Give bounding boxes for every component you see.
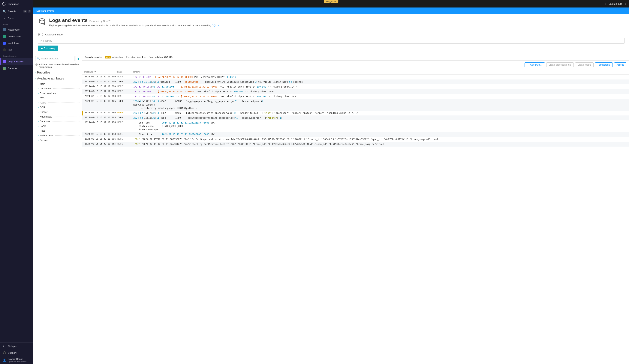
favorites-section[interactable]: › Favorites: [35, 71, 80, 74]
attr-item[interactable]: ›Kubernetes: [35, 114, 80, 119]
notification-badge[interactable]: ⚠ 1 Notification: [105, 56, 123, 58]
chevron-right-icon: ›: [38, 139, 39, 141]
table-row[interactable]: 2024-02-15 13:32:15.000NONE172.31.17.202…: [82, 75, 629, 80]
attr-item[interactable]: ›Service: [35, 138, 80, 142]
format-table-button[interactable]: Format table: [595, 62, 613, 67]
run-query-button[interactable]: ▶ Run query: [38, 46, 58, 51]
collapse-panel-button[interactable]: ◀: [76, 56, 80, 61]
sidebar-workflows[interactable]: Workflows: [0, 40, 33, 46]
cell-status: NONE: [117, 95, 133, 98]
attribute-search-input[interactable]: 🔍 Search attributes...: [35, 56, 74, 61]
cell-content: 2024-02-15T12:32:11.466Z warn batchproce…: [133, 111, 627, 115]
table-row[interactable]: 2024-02-15 13:32:11.065NONE{"@t":"2024-0…: [82, 142, 629, 147]
chevron-right-icon: ›: [38, 92, 39, 95]
search-label: Search: [8, 10, 15, 13]
breadcrumb: Logs and events: [33, 7, 629, 14]
attr-item[interactable]: ›Main: [35, 82, 80, 86]
cell-status: WARN: [117, 111, 133, 115]
main: Playground ‹ Last 2 hours › Logs and eve…: [33, 0, 629, 364]
cell-content: {"@t":"2024-02-15T12:32:11.0865306Z","@m…: [133, 137, 627, 141]
apps-label: Apps: [8, 17, 13, 19]
topbar: Playground ‹ Last 2 hours ›: [33, 0, 629, 7]
playground-badge: Playground: [324, 0, 338, 3]
cell-status: INFO: [117, 116, 133, 120]
table-row[interactable]: 2024-02-15 13:32:11.465INFO2024-02-15T12…: [82, 116, 629, 120]
sidebar-hub[interactable]: Hub: [0, 46, 33, 53]
attr-item[interactable]: ›AWS: [35, 96, 80, 100]
results-title: Search results: [85, 56, 102, 58]
table-row[interactable]: 2024-02-15 13:32:11.466WARN2024-02-15T12…: [82, 111, 629, 116]
sidebar-collapse[interactable]: ⇤ Collapse: [0, 343, 33, 349]
sidebar-notebooks[interactable]: Notebooks: [0, 26, 33, 33]
time-range-picker[interactable]: ‹ Last 2 hours ›: [605, 2, 626, 6]
section-recently: Recently opened: [0, 53, 33, 58]
search-icon: 🔍: [37, 57, 40, 60]
advanced-mode-toggle[interactable]: [38, 33, 43, 36]
user-sub: Dynatrace Playground: [8, 361, 26, 363]
time-range-label: Last 2 hours: [609, 2, 622, 5]
table-header: timestamp ▼ status content: [82, 69, 629, 75]
cell-content: 2024-02-15 12:32:13 uemload INFO [Simula…: [133, 80, 627, 84]
cell-timestamp: 2024-02-15 13:32:11.086: [85, 137, 117, 141]
sidebar-apps[interactable]: ⠿ Apps: [0, 15, 33, 21]
sidebar: Dynatrace 🔍 Search ⌘K ⠿ Apps Pinned Note…: [0, 0, 33, 364]
cell-status: NONE: [117, 121, 133, 131]
table-row[interactable]: 2024-02-15 13:32:12.000NONE172.31.70.250…: [82, 94, 629, 99]
chevron-right-icon: ›: [38, 125, 39, 127]
cell-timestamp: 2024-02-15 13:32:11.466: [85, 100, 117, 110]
cell-timestamp: 2024-02-15 13:32:15.000: [85, 75, 117, 79]
cell-timestamp: 2024-02-15 13:32:12.000: [85, 90, 117, 93]
brand-name: Dynatrace: [8, 3, 19, 5]
table-row[interactable]: 2024-02-15 13:32:13.000INFO2024-02-15 12…: [82, 80, 629, 84]
attr-item[interactable]: ›Azure: [35, 100, 80, 105]
cell-status: NONE: [117, 137, 133, 141]
cell-content: 172.31.70.250:80 172.31.79.103 - - [15/F…: [133, 95, 627, 98]
col-content[interactable]: content: [133, 71, 627, 73]
page-header: Logs and events Powered by Grail™ Explor…: [33, 14, 629, 30]
filter-input[interactable]: ▽ Filter by: [38, 38, 625, 44]
warning-icon: ⚠: [106, 56, 108, 58]
sidebar-logs-events[interactable]: Logs & Events: [0, 58, 33, 65]
create-metric-button: Create metric: [575, 62, 594, 67]
table-row[interactable]: 2024-02-15 13:32:11.086NONE{"@t":"2024-0…: [82, 137, 629, 142]
results: 🔍 Search attributes... ◀ ⓘ Attribute cou…: [33, 54, 629, 364]
chevron-right-icon: ›: [38, 120, 39, 123]
dql-link[interactable]: DQL ↗: [212, 24, 219, 27]
col-timestamp[interactable]: timestamp ▼: [84, 71, 117, 73]
brand-logo[interactable]: Dynatrace: [0, 0, 33, 8]
attr-item[interactable]: ›Dynatrace: [35, 86, 80, 91]
attr-item[interactable]: ›Cloud services: [35, 91, 80, 96]
sidebar-services[interactable]: Services: [0, 65, 33, 72]
attr-item[interactable]: ›Host: [35, 128, 80, 133]
table-row[interactable]: 2024-02-15 13:32:12.000NONE172.31.70.250…: [82, 84, 629, 89]
table-row[interactable]: 2024-02-15 13:32:12.000NONE172.31.79.103…: [82, 89, 629, 94]
sidebar-search[interactable]: 🔍 Search ⌘K: [0, 8, 33, 15]
sidebar-user[interactable]: 👤 Favour Daniel Dynatrace Playground: [0, 356, 33, 364]
actions-button[interactable]: Actions: [614, 62, 626, 67]
table-row[interactable]: 2024-02-15 13:32:11.193NONE Start time :…: [82, 132, 629, 137]
open-with-button[interactable]: ⬚Open with...: [525, 62, 545, 67]
table-row[interactable]: 2024-02-15 13:32:11.466INFO2024-02-15T12…: [82, 99, 629, 111]
table-panel: Search results ⚠ 1 Notification Executio…: [82, 54, 629, 364]
chevron-right-icon: ›: [38, 116, 39, 118]
attr-item[interactable]: ›FAAS: [35, 124, 80, 128]
table-row[interactable]: 2024-02-15 13:32:11.226NONE End time : 2…: [82, 120, 629, 132]
col-status[interactable]: status: [117, 71, 133, 73]
chevron-right-icon[interactable]: ›: [625, 2, 626, 6]
chevron-left-icon[interactable]: ‹: [605, 2, 606, 6]
play-icon: ▶: [41, 47, 43, 50]
attr-item[interactable]: ›Docker: [35, 110, 80, 114]
attr-item[interactable]: ›Web access: [35, 133, 80, 138]
attr-item[interactable]: ›Database: [35, 119, 80, 124]
chevron-right-icon: ›: [38, 129, 39, 132]
search-shortcut: ⌘K: [23, 10, 31, 12]
cell-content: 172.31.79.103 - - [15/Feb/2024:12:32:12 …: [133, 90, 627, 93]
sidebar-support[interactable]: 🎧 Support: [0, 349, 33, 356]
sidebar-dashboards[interactable]: Dashboards: [0, 33, 33, 40]
cell-content: 172.31.70.250:80 172.31.79.103 - - [15/F…: [133, 85, 627, 89]
logs-events-icon: [3, 60, 6, 63]
workflows-icon: [3, 41, 6, 45]
available-attrs-section[interactable]: › Available attributes: [35, 77, 80, 80]
results-header: Search results ⚠ 1 Notification Executio…: [82, 54, 629, 61]
attr-item[interactable]: ›GCP: [35, 105, 80, 110]
